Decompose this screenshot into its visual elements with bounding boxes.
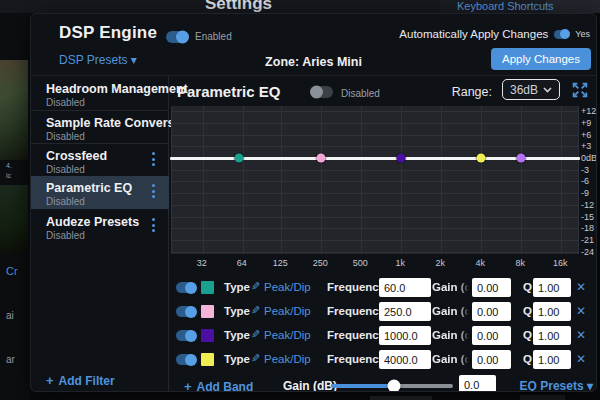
add-band-button[interactable]: +Add Band <box>184 379 253 392</box>
band-type-value[interactable]: Peak/Dip <box>264 353 311 365</box>
background-tab <box>546 0 600 13</box>
q-input[interactable] <box>533 278 571 297</box>
frequency-input[interactable] <box>379 326 431 345</box>
band-enable-toggle[interactable] <box>176 330 196 341</box>
remove-band-icon[interactable]: ✕ <box>576 304 586 318</box>
band-type-value[interactable]: Peak/Dip <box>264 281 311 293</box>
y-tick-label: +6 <box>581 130 591 140</box>
sidebar-item-audeze-presets[interactable]: Audeze Presets Disabled <box>31 210 169 243</box>
y-tick-label: +9 <box>581 118 591 128</box>
frequency-input[interactable] <box>379 302 431 321</box>
background-text-fragment: ai <box>6 310 14 321</box>
gridline <box>561 106 562 254</box>
plus-icon: + <box>46 373 54 388</box>
sidebar-item-status: Disabled <box>46 196 85 207</box>
frequency-input[interactable] <box>379 350 431 369</box>
eq-band-point[interactable] <box>317 154 326 163</box>
eq-y-axis: +12+9+6+30dB-3-6-9-12-15-18-21-24 <box>580 106 597 254</box>
apply-changes-button[interactable]: Apply Changes <box>491 48 591 70</box>
dsp-engine-toggle-label: Enabled <box>195 31 232 42</box>
band-enable-toggle[interactable] <box>176 354 196 365</box>
range-value: 36dB <box>510 83 538 97</box>
eq-band-point[interactable] <box>234 154 243 163</box>
eq-footer: +Add Band Gain (dB) EQ Presets ▾ <box>171 374 597 392</box>
band-type-label: Type <box>224 353 250 365</box>
q-input[interactable] <box>533 350 571 369</box>
band-type-label: Type <box>224 305 250 317</box>
eq-band-point[interactable] <box>517 154 526 163</box>
q-input[interactable] <box>533 302 571 321</box>
x-tick-label: 4k <box>476 258 486 268</box>
gain-label: Gain (dB) <box>432 305 469 317</box>
eq-band-point[interactable] <box>477 154 486 163</box>
kebab-menu-icon[interactable] <box>152 184 155 198</box>
gain-input[interactable] <box>472 302 511 321</box>
q-label: Q <box>523 305 532 317</box>
gain-input[interactable] <box>472 278 511 297</box>
q-label: Q <box>523 353 532 365</box>
keyboard-shortcuts-link[interactable]: Keyboard Shortcuts <box>457 0 554 12</box>
gain-label: Gain (dB) <box>432 329 469 341</box>
background-album-art <box>0 185 28 253</box>
band-enable-toggle[interactable] <box>176 306 196 317</box>
y-tick-label: -12 <box>581 200 594 210</box>
eq-band-row: Type ✎ Peak/Dip Frequency Gain (dB) Q ✕ <box>171 300 597 324</box>
gridline <box>172 181 578 182</box>
band-enable-toggle[interactable] <box>176 282 196 293</box>
dsp-engine-toggle[interactable] <box>166 31 188 43</box>
background-progress-fragment <box>370 396 432 400</box>
background-fragment <box>520 395 565 400</box>
master-gain-slider[interactable] <box>331 384 453 388</box>
band-color-swatch[interactable] <box>201 281 214 294</box>
gridline <box>172 217 578 218</box>
gridline <box>203 106 204 254</box>
eq-band-row: Type ✎ Peak/Dip Frequency Gain (dB) Q ✕ <box>171 276 597 300</box>
eq-band-point[interactable] <box>397 154 406 163</box>
auto-apply-group: Automatically Apply Changes Yes <box>399 28 590 40</box>
band-color-swatch[interactable] <box>201 305 214 318</box>
remove-band-icon[interactable]: ✕ <box>576 352 586 366</box>
parametric-eq-toggle[interactable] <box>311 86 333 98</box>
q-input[interactable] <box>533 326 571 345</box>
sidebar-item-sample-rate-conversion[interactable]: Sample Rate Conversion Disabled <box>31 110 169 143</box>
gridline <box>172 228 578 229</box>
sidebar-item-status: Disabled <box>46 97 85 108</box>
expand-icon[interactable] <box>571 81 589 99</box>
eq-graph[interactable] <box>171 106 579 254</box>
q-label: Q <box>523 281 532 293</box>
gridline <box>172 146 578 147</box>
edit-pencil-icon: ✎ <box>251 328 260 341</box>
band-type-value[interactable]: Peak/Dip <box>264 329 311 341</box>
gridline <box>172 123 578 124</box>
band-color-swatch[interactable] <box>201 353 214 366</box>
sidebar-item-crossfeed[interactable]: Crossfeed Disabled <box>31 143 169 176</box>
slider-thumb[interactable] <box>388 380 401 393</box>
kebab-menu-icon[interactable] <box>152 218 155 232</box>
remove-band-icon[interactable]: ✕ <box>576 280 586 294</box>
add-filter-button[interactable]: +Add Filter <box>46 373 115 388</box>
eq-presets-dropdown[interactable]: EQ Presets ▾ <box>520 379 593 392</box>
band-type-value[interactable]: Peak/Dip <box>264 305 311 317</box>
x-tick-label: 500 <box>353 258 368 268</box>
auto-apply-toggle[interactable] <box>554 30 569 39</box>
sidebar-item-parametric-eq[interactable]: Parametric EQ Disabled <box>31 176 169 209</box>
frequency-input[interactable] <box>379 278 431 297</box>
master-gain-input[interactable] <box>459 375 496 392</box>
band-color-swatch[interactable] <box>201 329 214 342</box>
range-select[interactable]: 36dB <box>502 79 560 100</box>
eq-band-list: Type ✎ Peak/Dip Frequency Gain (dB) Q ✕ … <box>171 276 597 372</box>
x-tick-label: 64 <box>237 258 247 268</box>
gain-input[interactable] <box>472 326 511 345</box>
y-tick-label: -3 <box>581 165 589 175</box>
gain-input[interactable] <box>472 350 511 369</box>
toggle-knob <box>185 306 197 318</box>
frequency-label: Frequency <box>327 329 376 341</box>
toggle-knob <box>185 330 197 342</box>
gridline <box>172 193 578 194</box>
frequency-label: Frequency <box>327 353 376 365</box>
sidebar-item-headroom-management[interactable]: Headroom Management Disabled <box>31 77 169 110</box>
kebab-menu-icon[interactable] <box>152 152 155 166</box>
remove-band-icon[interactable]: ✕ <box>576 328 586 342</box>
sidebar-item-label: Audeze Presets <box>46 215 139 229</box>
eq-x-axis: 32641252505001k2k4k8k16k <box>171 257 577 269</box>
